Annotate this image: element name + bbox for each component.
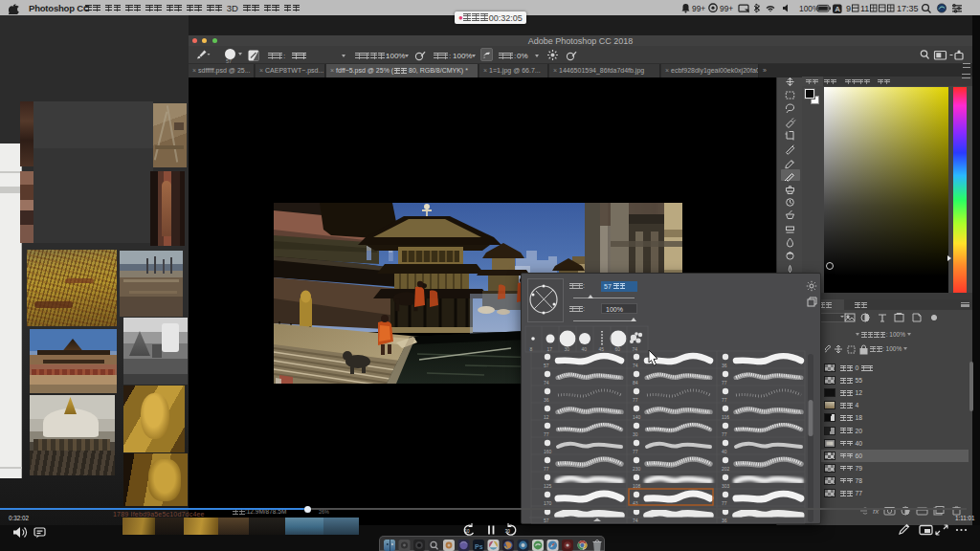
svg-text:40: 40	[582, 346, 588, 352]
svg-text:99+: 99+	[720, 4, 733, 13]
svg-text:77: 77	[633, 449, 638, 454]
svg-text:40: 40	[722, 449, 727, 454]
svg-text:77: 77	[722, 431, 727, 437]
svg-text:11: 11	[860, 4, 869, 13]
svg-text:74: 74	[633, 363, 638, 368]
svg-text:60: 60	[615, 346, 621, 352]
svg-text:108: 108	[633, 483, 641, 489]
svg-text:17:35: 17:35	[897, 4, 919, 13]
svg-text:84: 84	[633, 380, 638, 386]
svg-text:77: 77	[722, 380, 727, 386]
svg-text:A: A	[835, 5, 840, 13]
svg-text:57: 57	[544, 363, 549, 368]
svg-text:202: 202	[722, 466, 730, 472]
svg-text:17: 17	[547, 346, 553, 352]
svg-text:45: 45	[599, 346, 605, 352]
svg-text:140: 140	[633, 414, 641, 420]
svg-text:77: 77	[633, 397, 638, 403]
svg-text:8: 8	[530, 346, 533, 352]
svg-text:303: 303	[722, 483, 730, 489]
svg-text:99+: 99+	[692, 4, 705, 13]
svg-text:30: 30	[633, 431, 638, 437]
svg-text:36: 36	[722, 363, 727, 368]
svg-text:125: 125	[544, 483, 552, 489]
svg-text:30: 30	[505, 529, 511, 534]
svg-text:77: 77	[544, 431, 549, 437]
svg-text:9: 9	[846, 4, 851, 13]
svg-text:36: 36	[544, 397, 549, 403]
svg-text:12: 12	[544, 414, 549, 420]
svg-text:77: 77	[544, 466, 549, 472]
svg-text:30: 30	[565, 346, 570, 352]
svg-text:116: 116	[722, 414, 729, 420]
svg-text:160: 160	[544, 449, 552, 454]
svg-text:Ps: Ps	[475, 542, 483, 549]
svg-text:230: 230	[633, 466, 641, 472]
svg-text:10: 10	[465, 529, 471, 534]
svg-text:77: 77	[722, 397, 727, 403]
svg-text:74: 74	[633, 346, 638, 352]
svg-text:74: 74	[544, 380, 549, 386]
